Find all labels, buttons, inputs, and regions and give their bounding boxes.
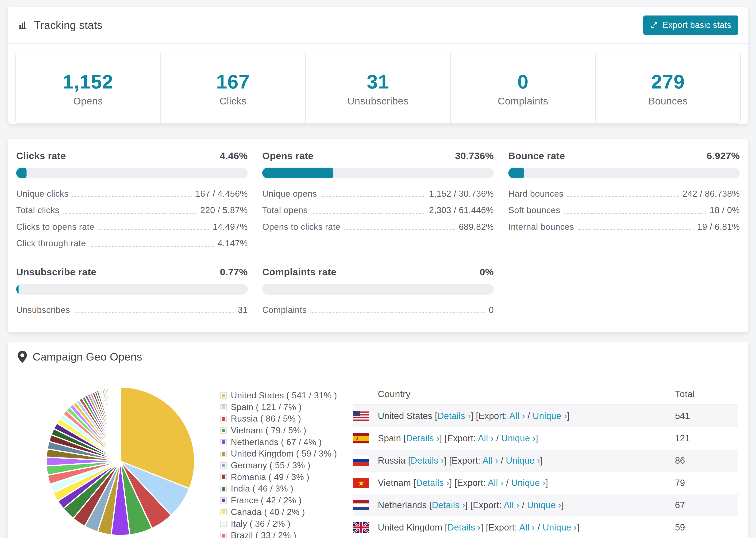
rate-rows: Complaints0 xyxy=(262,305,494,315)
rate-row-value: 689.82% xyxy=(459,222,494,232)
export-all-link[interactable]: All › xyxy=(504,500,519,510)
rate-head: Bounce rate6.927% xyxy=(508,150,740,161)
rate-row: Click through rate4.147% xyxy=(16,238,248,248)
bracket: ] xyxy=(540,456,543,465)
legend-label: France ( 42 / 2% ) xyxy=(231,496,302,506)
map-pin-icon xyxy=(18,351,27,363)
rate-row-value: 1,152 / 30.736% xyxy=(429,189,494,199)
legend-item: Germany ( 55 / 3% ) xyxy=(220,461,337,470)
export-all-link[interactable]: All › xyxy=(482,456,498,465)
country-cell: United Kingdom [Details ›] [Export: All … xyxy=(378,522,675,533)
rate-row-label: Soft bounces xyxy=(508,205,560,215)
rate-row: Total opens2,303 / 61.446% xyxy=(262,205,494,215)
geo-legend: United States ( 541 / 31% )Spain ( 121 /… xyxy=(220,391,337,538)
details-link[interactable]: Details › xyxy=(406,433,440,443)
export-basic-stats-button[interactable]: Export basic stats xyxy=(643,16,738,35)
export-unique-link[interactable]: Unique › xyxy=(506,456,540,465)
rate-block-clicks: Clicks rate4.46%Unique clicks167 / 4.456… xyxy=(16,150,248,249)
export-prefix: ] [Export: xyxy=(449,478,488,488)
legend-item: Romania ( 49 / 3% ) xyxy=(220,472,337,482)
stat-cell-clicks: 167Clicks xyxy=(160,53,305,123)
legend-item: Vietnam ( 79 / 5% ) xyxy=(220,426,337,435)
rate-row-value: 0 xyxy=(489,305,494,315)
geo-table-row: Netherlands [Details ›] [Export: All › /… xyxy=(353,494,738,516)
column-header-total: Total xyxy=(675,389,738,399)
export-all-link[interactable]: All › xyxy=(509,411,525,421)
legend-swatch xyxy=(220,486,227,492)
flag-us-icon xyxy=(353,411,369,421)
rate-value: 30.736% xyxy=(455,150,494,161)
rate-row-label: Total opens xyxy=(262,205,308,215)
details-link[interactable]: Details › xyxy=(411,456,444,465)
stat-value: 1,152 xyxy=(18,71,158,93)
stat-cell-bounces: 279Bounces xyxy=(595,53,740,123)
dotted-leader xyxy=(344,229,455,230)
legend-item: United States ( 541 / 31% ) xyxy=(220,391,337,401)
export-unique-link[interactable]: Unique › xyxy=(527,500,561,510)
slash: / xyxy=(498,456,506,465)
export-prefix: ] [Export: xyxy=(471,411,509,421)
progress-bar-opens xyxy=(262,168,494,178)
geo-table-row: Russia [Details ›] [Export: All › / Uniq… xyxy=(353,450,738,472)
rate-row: Soft bounces18 / 0% xyxy=(508,205,740,215)
export-unique-link[interactable]: Unique › xyxy=(501,433,536,443)
legend-label: Spain ( 121 / 7% ) xyxy=(231,403,302,412)
stat-cell-opens: 1,152Opens xyxy=(16,53,160,123)
flag-ru-icon xyxy=(353,456,369,466)
flag-es-icon xyxy=(353,433,369,443)
progress-bar-clicks xyxy=(16,168,248,178)
legend-item: India ( 46 / 3% ) xyxy=(220,484,337,494)
legend-swatch xyxy=(220,521,227,527)
legend-label: Vietnam ( 79 / 5% ) xyxy=(231,426,306,435)
details-link[interactable]: Details › xyxy=(437,411,471,421)
rate-row: Clicks to opens rate14.497% xyxy=(16,222,248,232)
rate-row-label: Unique clicks xyxy=(16,189,69,199)
bracket: [ xyxy=(445,522,448,532)
flag-gb-icon xyxy=(353,522,369,533)
flag-nl-icon xyxy=(353,500,369,510)
rate-row-label: Complaints xyxy=(262,305,307,315)
legend-label: Netherlands ( 67 / 4% ) xyxy=(231,438,322,447)
country-cell: Russia [Details ›] [Export: All › / Uniq… xyxy=(378,456,675,466)
export-all-link[interactable]: All › xyxy=(488,478,504,488)
geo-pie-chart xyxy=(43,384,198,538)
rate-row: Unique opens1,152 / 30.736% xyxy=(262,189,494,199)
rate-row-label: Hard bounces xyxy=(508,189,564,199)
rate-row: Internal bounces19 / 6.81% xyxy=(508,222,740,232)
details-link[interactable]: Details › xyxy=(448,522,481,532)
rate-block-opens: Opens rate30.736%Unique opens1,152 / 30.… xyxy=(262,150,494,249)
rate-row-label: Click through rate xyxy=(16,238,86,248)
export-all-link[interactable]: All › xyxy=(519,522,535,532)
rate-row-value: 19 / 6.81% xyxy=(697,222,740,232)
country-name: Netherlands xyxy=(378,500,429,510)
rate-row-value: 14.497% xyxy=(213,222,248,232)
country-cell: Spain [Details ›] [Export: All › / Uniqu… xyxy=(378,433,675,443)
rate-row-label: Unique opens xyxy=(262,189,317,199)
export-unique-link[interactable]: Unique › xyxy=(543,522,577,532)
dotted-leader xyxy=(311,213,425,214)
bracket: ] xyxy=(545,478,548,488)
slash: / xyxy=(494,433,502,443)
legend-item: France ( 42 / 2% ) xyxy=(220,496,337,506)
export-all-link[interactable]: All › xyxy=(478,433,494,443)
bracket: [ xyxy=(404,433,406,443)
export-unique-link[interactable]: Unique › xyxy=(533,411,567,421)
country-name: United Kingdom xyxy=(378,522,445,532)
rate-row-value: 220 / 5.87% xyxy=(200,205,248,215)
progress-bar-fill xyxy=(262,168,333,178)
details-link[interactable]: Details › xyxy=(432,500,465,510)
bracket: ] xyxy=(567,411,569,421)
legend-label: Russia ( 86 / 5% ) xyxy=(231,414,301,424)
legend-swatch xyxy=(220,509,227,515)
export-unique-link[interactable]: Unique › xyxy=(511,478,545,488)
legend-item: Spain ( 121 / 7% ) xyxy=(220,403,337,412)
legend-item: United Kingdom ( 59 / 3% ) xyxy=(220,449,337,459)
rate-head: Unsubscribe rate0.77% xyxy=(16,267,248,278)
rate-title: Unsubscribe rate xyxy=(16,267,96,278)
details-link[interactable]: Details › xyxy=(416,478,449,488)
progress-bar-complaints xyxy=(262,284,494,295)
legend-swatch xyxy=(220,474,227,480)
export-prefix: ] [Export: xyxy=(440,433,478,443)
rate-rows: Unsubscribes31 xyxy=(16,305,248,315)
rate-block-bounce: Bounce rate6.927%Hard bounces242 / 86.73… xyxy=(508,150,740,249)
